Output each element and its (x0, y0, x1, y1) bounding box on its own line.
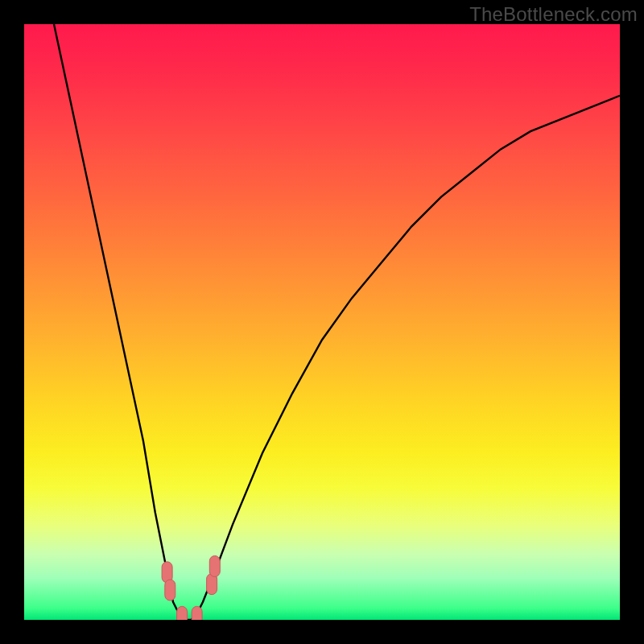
watermark-text: TheBottleneck.com (469, 3, 638, 26)
marker-left-cluster-bottom (165, 580, 175, 601)
marker-valley-right (192, 606, 202, 620)
marker-right-cluster-top (209, 555, 220, 576)
marker-valley-left (177, 606, 188, 620)
plot-area (24, 24, 620, 620)
markers-group (162, 555, 220, 620)
chart-frame: TheBottleneck.com (0, 0, 644, 644)
curve-layer (24, 24, 620, 620)
bottleneck-curve (54, 24, 620, 620)
